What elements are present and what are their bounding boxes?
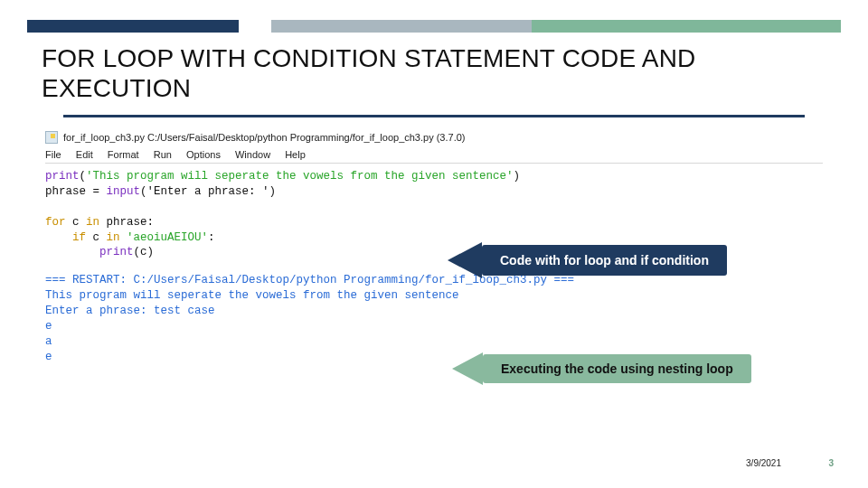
slide-title: FOR LOOP WITH CONDITION STATEMENT CODE A… xyxy=(42,43,826,103)
footer-date: 3/9/2021 xyxy=(746,458,781,468)
menu-separator xyxy=(45,163,823,164)
arrow-left-icon xyxy=(452,352,483,385)
menu-window[interactable]: Window xyxy=(235,149,270,160)
callout-exec-label: Executing the code using nesting loop xyxy=(483,354,751,383)
accent-green xyxy=(532,20,841,33)
menu-format[interactable]: Format xyxy=(108,149,139,160)
idle-title-text: for_if_loop_ch3.py C:/Users/Faisal/Deskt… xyxy=(63,132,466,143)
title-block: FOR LOOP WITH CONDITION STATEMENT CODE A… xyxy=(27,33,841,117)
slide-number: 3 xyxy=(828,458,834,468)
menu-run[interactable]: Run xyxy=(154,149,172,160)
idle-icon xyxy=(45,131,58,144)
callout-code-label: Code with for loop and if condition xyxy=(482,245,727,276)
accent-navy xyxy=(27,20,239,33)
callout-code: Code with for loop and if condition xyxy=(448,242,727,278)
shell-output: === RESTART: C:/Users/Faisal/Desktop/pyt… xyxy=(45,273,823,364)
title-underline xyxy=(63,115,805,117)
idle-menubar: File Edit Format Run Options Window Help xyxy=(45,149,823,160)
menu-file[interactable]: File xyxy=(45,149,61,160)
callout-exec: Executing the code using nesting loop xyxy=(452,352,751,385)
accent-bar xyxy=(27,20,841,33)
menu-options[interactable]: Options xyxy=(186,149,221,160)
menu-edit[interactable]: Edit xyxy=(76,149,93,160)
menu-help[interactable]: Help xyxy=(285,149,306,160)
idle-titlebar: for_if_loop_ch3.py C:/Users/Faisal/Deskt… xyxy=(45,131,823,144)
accent-grey xyxy=(271,20,532,33)
accent-gap xyxy=(239,20,271,33)
arrow-left-icon xyxy=(448,242,482,278)
